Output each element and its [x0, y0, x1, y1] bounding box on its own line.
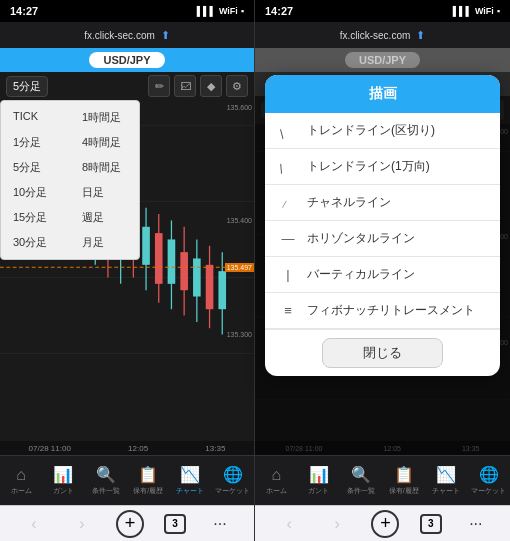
modal-item-horizontal[interactable]: — ホリゾンタルライン — [265, 221, 500, 257]
portfolio-icon-right: 📋 — [394, 465, 414, 484]
modal-header: 描画 — [265, 75, 500, 113]
market-icon-right: 🌐 — [479, 465, 499, 484]
dropdown-item-weekly[interactable]: 週足 — [70, 205, 139, 230]
nav-home-left[interactable]: ⌂ ホーム — [0, 466, 42, 496]
x-axis-left: 07/28 11:00 12:05 13:35 — [0, 441, 254, 455]
url-bar-right[interactable]: fx.click-sec.com ⬆ — [255, 22, 510, 48]
signal-icon-right: ▌▌▌ — [453, 6, 472, 16]
chart-toolbar-left: 5分足 ✏ 🗠 ◆ ⚙ TICK 1時間足 1分足 4時間足 5分足 8時間足 … — [0, 72, 254, 100]
nav-trade-label-right: チャート — [432, 486, 460, 496]
right-phone: 14:27 ▌▌▌ WiFi ▪ fx.click-sec.com ⬆ USD/… — [255, 0, 510, 541]
price-label-1: 135.600 — [227, 104, 252, 111]
nav-portfolio-right[interactable]: 📋 保有/履歴 — [383, 465, 426, 496]
channel-label: チャネルライン — [307, 194, 391, 211]
dropdown-item-monthly[interactable]: 月足 — [70, 230, 139, 255]
tab-bar-right: USD/JPY — [255, 48, 510, 72]
share-icon-left[interactable]: ⬆ — [161, 29, 170, 42]
tab-count-left[interactable]: 3 — [164, 514, 186, 534]
back-button-right[interactable]: ‹ — [275, 510, 303, 538]
modal-item-channel[interactable]: ⟋ チャネルライン — [265, 185, 500, 221]
x-label-2: 12:05 — [128, 444, 148, 453]
modal-item-vertical[interactable]: | バーティカルライン — [265, 257, 500, 293]
dropdown-item-4h[interactable]: 4時間足 — [70, 130, 139, 155]
dropdown-item-tick[interactable]: TICK — [1, 105, 70, 130]
tab-count-right[interactable]: 3 — [420, 514, 442, 534]
vertical-icon: | — [279, 267, 297, 282]
nav-portfolio-left[interactable]: 📋 保有/履歴 — [127, 465, 169, 496]
url-bar-left[interactable]: fx.click-sec.com ⬆ — [0, 22, 254, 48]
settings-icon[interactable]: ⚙ — [226, 75, 248, 97]
nav-trade-right[interactable]: 📉 チャート — [425, 465, 468, 496]
forward-button-left[interactable]: › — [68, 510, 96, 538]
forward-button-right[interactable]: › — [323, 510, 351, 538]
fibonacci-label: フィボナッチリトレースメント — [307, 302, 475, 319]
signal-icon: ▌▌▌ — [197, 6, 216, 16]
svg-rect-37 — [218, 271, 226, 309]
close-modal-button[interactable]: 閉じる — [322, 338, 443, 368]
dropdown-item-daily[interactable]: 日足 — [70, 180, 139, 205]
x-label-3: 13:35 — [205, 444, 225, 453]
dropdown-item-1h[interactable]: 1時間足 — [70, 105, 139, 130]
nav-portfolio-label: 保有/履歴 — [133, 486, 163, 496]
nav-home-label: ホーム — [11, 486, 32, 496]
nav-market-right[interactable]: 🌐 マーケット — [468, 465, 511, 496]
indicator-icon[interactable]: ◆ — [200, 75, 222, 97]
trade-icon-right: 📉 — [436, 465, 456, 484]
modal-close-area: 閉じる — [265, 329, 500, 376]
trend-ray-icon: / — [277, 156, 299, 176]
modal-item-trend-segment[interactable]: / トレンドライン(区切り) — [265, 113, 500, 149]
dropdown-item-1m[interactable]: 1分足 — [1, 130, 70, 155]
trend-segment-label: トレンドライン(区切り) — [307, 122, 435, 139]
nav-search-label-right: 条件一覧 — [347, 486, 375, 496]
currency-tab-right[interactable]: USD/JPY — [345, 52, 420, 68]
battery-icon-right: ▪ — [497, 6, 500, 16]
gantt-icon-right: 📊 — [309, 465, 329, 484]
nav-trade-left[interactable]: 📉 チャート — [169, 465, 211, 496]
time-dropdown: TICK 1時間足 1分足 4時間足 5分足 8時間足 10分足 日足 15分足… — [0, 100, 140, 260]
nav-home-right[interactable]: ⌂ ホーム — [255, 466, 298, 496]
dropdown-item-30m[interactable]: 30分足 — [1, 230, 70, 255]
bottom-nav-right: ⌂ ホーム 📊 ガント 🔍 条件一覧 📋 保有/履歴 📉 チャート 🌐 マーケッ… — [255, 455, 510, 505]
nav-search-right[interactable]: 🔍 条件一覧 — [340, 465, 383, 496]
nav-search-left[interactable]: 🔍 条件一覧 — [85, 465, 127, 496]
currency-tab-left[interactable]: USD/JPY — [89, 52, 164, 68]
svg-rect-29 — [168, 239, 176, 283]
modal-item-fibonacci[interactable]: ≡ フィボナッチリトレースメント — [265, 293, 500, 329]
url-text-left: fx.click-sec.com — [84, 30, 155, 41]
status-time-right: 14:27 — [265, 5, 293, 17]
more-button-left[interactable]: ··· — [206, 510, 234, 538]
nav-chart-left[interactable]: 📊 ガント — [42, 465, 84, 496]
status-icons-left: ▌▌▌ WiFi ▪ — [197, 6, 244, 16]
svg-rect-31 — [180, 252, 188, 290]
url-text-right: fx.click-sec.com — [340, 30, 411, 41]
dropdown-item-5m[interactable]: 5分足 — [1, 155, 70, 180]
status-bar-left: 14:27 ▌▌▌ WiFi ▪ — [0, 0, 254, 22]
tab-bar-left[interactable]: USD/JPY — [0, 48, 254, 72]
modal-title: 描画 — [369, 85, 397, 101]
drawing-modal: 描画 / トレンドライン(区切り) / トレンドライン(1万向) ⟋ チャネルラ… — [265, 75, 500, 376]
search-icon-nav: 🔍 — [96, 465, 116, 484]
home-icon-right: ⌂ — [271, 466, 281, 484]
status-bar-right: 14:27 ▌▌▌ WiFi ▪ — [255, 0, 510, 22]
x-axis-right: 07/28 11:00 12:05 13:35 — [255, 441, 510, 455]
dropdown-item-10m[interactable]: 10分足 — [1, 180, 70, 205]
gantt-icon: 📊 — [53, 465, 73, 484]
trend-ray-label: トレンドライン(1万向) — [307, 158, 430, 175]
share-icon-right[interactable]: ⬆ — [416, 29, 425, 42]
svg-rect-27 — [155, 233, 163, 284]
time-selector-left[interactable]: 5分足 — [6, 76, 48, 97]
home-icon: ⌂ — [16, 466, 26, 484]
add-button-left[interactable]: + — [116, 510, 144, 538]
dropdown-item-8h[interactable]: 8時間足 — [70, 155, 139, 180]
nav-gantt-right[interactable]: 📊 ガント — [298, 465, 341, 496]
svg-rect-25 — [142, 227, 150, 265]
dropdown-item-15m[interactable]: 15分足 — [1, 205, 70, 230]
back-button-left[interactable]: ‹ — [20, 510, 48, 538]
price-label-3: 135.300 — [227, 331, 252, 338]
more-button-right[interactable]: ··· — [462, 510, 490, 538]
draw-icon[interactable]: ✏ — [148, 75, 170, 97]
modal-item-trend-ray[interactable]: / トレンドライン(1万向) — [265, 149, 500, 185]
chart-type-icon[interactable]: 🗠 — [174, 75, 196, 97]
nav-market-left[interactable]: 🌐 マーケット — [212, 465, 254, 496]
add-button-right[interactable]: + — [371, 510, 399, 538]
